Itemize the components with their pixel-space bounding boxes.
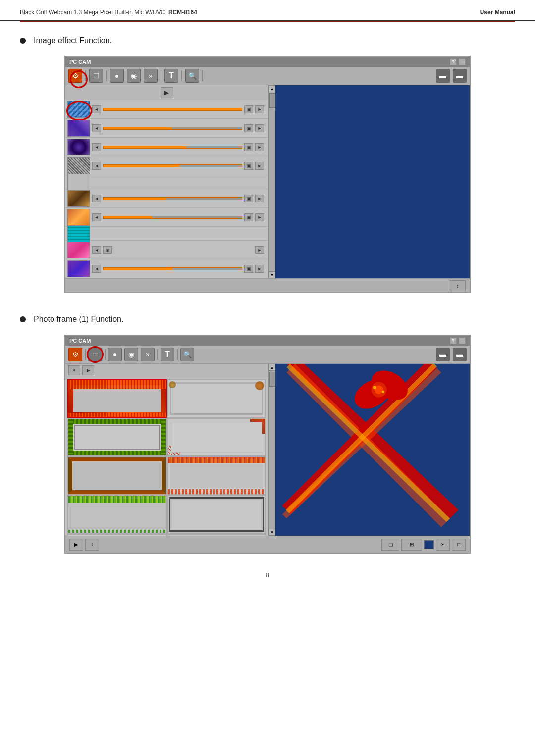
scroll-up-2[interactable]: ▲ <box>269 364 276 371</box>
effect-row-flowers2[interactable]: ◄ ▣ ► <box>65 241 268 259</box>
frame-item-7[interactable] <box>67 495 167 534</box>
effect-row-fabric[interactable]: ◄ ▣ ► <box>65 119 268 138</box>
help-btn-2[interactable]: ? <box>450 337 457 344</box>
effect-row-spiral[interactable]: ◄ ▣ ► <box>65 138 268 156</box>
capture-icon[interactable]: ▶ <box>69 539 83 551</box>
next-btn-mosaic[interactable]: ► <box>255 105 264 113</box>
record-icon[interactable]: ▬ <box>436 69 450 83</box>
gear-icon-2[interactable]: ⚙ <box>68 348 82 361</box>
sound-icon[interactable]: » <box>144 69 158 83</box>
slider-flower[interactable] <box>103 216 242 219</box>
help-btn-1[interactable]: ? <box>450 58 457 65</box>
frame-item-10[interactable] <box>167 534 267 536</box>
slider-spiral[interactable] <box>103 146 242 149</box>
record-icon-2[interactable]: ▬ <box>436 348 450 361</box>
effect-row-flower[interactable]: ◄ ▣ ► <box>65 208 268 227</box>
snapshot-icon[interactable]: ▢ <box>381 539 399 551</box>
next-btn-spiral[interactable]: ► <box>255 143 264 151</box>
zoom-icon-2[interactable]: 🔍 <box>180 348 194 361</box>
prev-btn-flowers2[interactable]: ◄ <box>92 246 101 254</box>
center-btn-spiral[interactable]: ▣ <box>244 143 253 151</box>
slider-fabric[interactable] <box>103 127 242 130</box>
prev-btn-flower[interactable]: ◄ <box>92 213 101 221</box>
record2-icon-2[interactable]: ▬ <box>453 348 467 361</box>
frame-bg-4 <box>168 419 266 455</box>
frames-icon[interactable]: ▶ <box>82 365 94 375</box>
effect-row-dots[interactable] <box>65 175 268 189</box>
sort-icon-1[interactable]: ↕ <box>450 280 466 291</box>
effects-icon[interactable]: ✦ <box>68 365 80 375</box>
frame-icon[interactable]: ▭ <box>88 348 102 361</box>
next-btn-fabric[interactable]: ► <box>255 124 264 132</box>
mic-icon-2[interactable]: ◉ <box>124 348 138 361</box>
camera-icon[interactable]: ● <box>110 69 124 83</box>
effect-row-teal[interactable] <box>65 227 268 241</box>
next-btn-purple[interactable]: ► <box>255 265 264 273</box>
center-btn-art[interactable]: ▣ <box>244 195 253 202</box>
minimize-btn-2[interactable]: — <box>459 337 466 344</box>
effect-row-purple[interactable]: ◄ ▣ ► <box>65 259 268 278</box>
prev-btn-art[interactable]: ◄ <box>92 195 101 202</box>
prev-btn-spiral[interactable]: ◄ <box>92 143 101 151</box>
center-btn-flower[interactable]: ▣ <box>244 213 253 221</box>
record2-icon[interactable]: ▬ <box>453 69 467 83</box>
frame-item-8[interactable] <box>167 495 267 534</box>
sound-icon-2[interactable]: » <box>141 348 155 361</box>
slider-purple[interactable] <box>103 267 242 270</box>
minimize-btn-1[interactable]: — <box>459 58 466 65</box>
center-btn-flowers2[interactable]: ▣ <box>103 246 112 254</box>
effects-scrollbar[interactable]: ▲ ▼ <box>268 85 275 278</box>
text-icon-2[interactable]: T <box>160 348 174 361</box>
checkbox-icon[interactable]: ☐ <box>89 69 103 83</box>
center-btn-noise[interactable]: ▣ <box>244 162 253 170</box>
frame-item-9[interactable] <box>67 534 167 536</box>
scroll-thumb[interactable] <box>269 93 275 108</box>
effect-row-noise[interactable]: ◄ ▣ ► <box>65 156 268 175</box>
play-button[interactable]: ▶ <box>160 87 173 98</box>
pccam-window-1: PC CAM ? — ⚙ ☐ ● ◉ » T 🔍 ▬ ▬ <box>64 56 471 293</box>
header-product: Black Golf Webcam 1.3 Mega Pixel Built-i… <box>20 9 165 16</box>
prev-btn-fabric[interactable]: ◄ <box>92 124 101 132</box>
scroll-thumb-2[interactable] <box>269 372 275 387</box>
gear-icon[interactable]: ⚙ <box>68 69 82 83</box>
center-btn-mosaic[interactable]: ▣ <box>244 105 253 113</box>
frame-item-1[interactable] <box>67 379 167 418</box>
slider-mosaic[interactable] <box>103 108 242 111</box>
color-swatch[interactable] <box>424 540 434 549</box>
zoom-icon[interactable]: 🔍 <box>185 69 199 83</box>
center-btn-fabric[interactable]: ▣ <box>244 124 253 132</box>
effect-row-mosaic[interactable]: ◄ ▣ ► <box>65 100 268 119</box>
blank-icon[interactable]: □ <box>452 539 466 551</box>
effect-thumb-spiral <box>67 139 90 155</box>
prev-btn-mosaic[interactable]: ◄ <box>92 105 101 113</box>
slider-noise[interactable] <box>103 164 242 167</box>
sort-icon-2[interactable]: ↕ <box>85 539 99 551</box>
next-btn-noise[interactable]: ► <box>255 162 264 170</box>
frame-item-2[interactable] <box>167 379 267 418</box>
frame-item-6[interactable] <box>167 456 267 495</box>
scroll-down[interactable]: ▼ <box>269 271 276 278</box>
scroll-down-2[interactable]: ▼ <box>269 529 276 536</box>
slider-art[interactable] <box>103 197 242 200</box>
mic-icon[interactable]: ◉ <box>127 69 141 83</box>
scissors-icon[interactable]: ✂ <box>436 539 450 551</box>
effect-row-art[interactable]: ◄ ▣ ► <box>65 189 268 208</box>
frame-item-3[interactable] <box>67 418 167 456</box>
next-btn-flower[interactable]: ► <box>255 213 264 221</box>
center-btn-purple[interactable]: ▣ <box>244 265 253 273</box>
next-btn-flowers2[interactable]: ► <box>255 246 264 254</box>
grid-icon[interactable]: ⊞ <box>401 539 422 551</box>
frames-scrollbar[interactable]: ▲ ▼ <box>268 364 275 536</box>
text-icon[interactable]: T <box>164 69 178 83</box>
frame-item-4[interactable] <box>167 418 267 456</box>
frame-panel: ✦ ▶ <box>65 364 268 536</box>
frame-bg-10 <box>168 535 266 536</box>
scroll-up[interactable]: ▲ <box>269 85 276 92</box>
effect-thumb-art <box>67 190 90 207</box>
next-btn-art[interactable]: ► <box>255 195 264 202</box>
prev-btn-noise[interactable]: ◄ <box>92 162 101 170</box>
frame-bg-5 <box>68 457 166 494</box>
frame-item-5[interactable] <box>67 456 167 495</box>
prev-btn-purple[interactable]: ◄ <box>92 265 101 273</box>
camera-icon-2[interactable]: ● <box>108 348 122 361</box>
